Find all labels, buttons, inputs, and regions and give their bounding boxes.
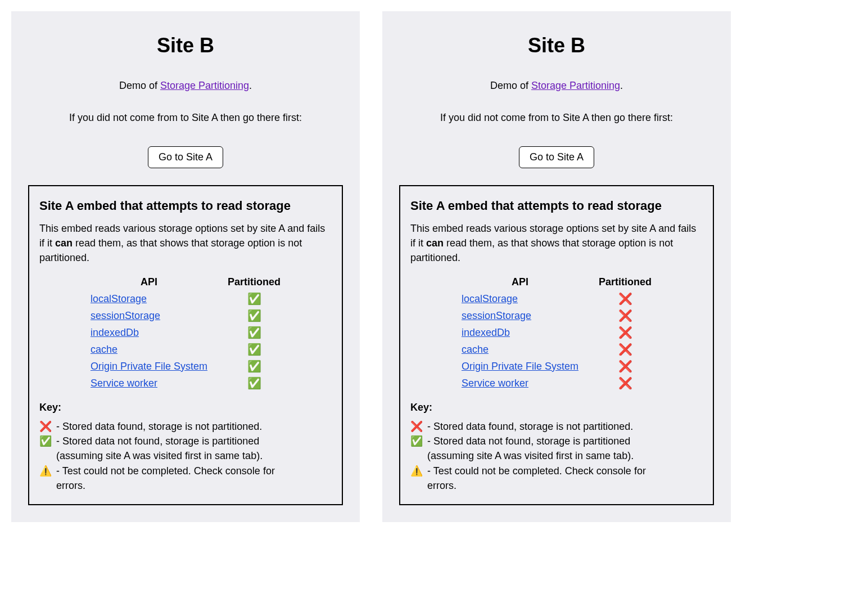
col-api: API [451,274,589,290]
key-list: ❌ - Stored data found, storage is not pa… [39,419,332,492]
intro-suffix: . [249,80,252,91]
key-text-fail: - Stored data found, storage is not part… [56,419,332,434]
table-row: Service worker❌ [451,375,662,392]
result-icon: ✅ [218,290,291,307]
key-text-pass: - Stored data not found, storage is part… [427,434,703,448]
table-row: cache❌ [451,341,662,358]
result-icon: ❌ [589,341,662,358]
table-row: Service worker✅ [80,375,291,392]
result-icon: ❌ [589,375,662,392]
table-row: localStorage❌ [451,290,662,307]
api-link[interactable]: cache [91,344,117,355]
intro-prefix: Demo of [119,80,160,91]
api-link[interactable]: Origin Private File System [91,361,207,372]
result-icon: ❌ [589,324,662,341]
col-api: API [80,274,218,290]
go-to-site-a-button[interactable]: Go to Site A [519,146,594,168]
table-row: localStorage✅ [80,290,291,307]
storage-partitioning-link[interactable]: Storage Partitioning [531,80,620,91]
key-text-fail: - Stored data found, storage is not part… [427,419,703,434]
api-link[interactable]: sessionStorage [91,310,160,321]
api-link[interactable]: indexedDb [91,327,139,338]
result-icon: ✅ [218,307,291,324]
api-link[interactable]: Service worker [91,378,157,389]
table-row: Origin Private File System✅ [80,358,291,375]
api-link[interactable]: Origin Private File System [462,361,578,372]
api-link[interactable]: indexedDb [462,327,510,338]
intro-line: Demo of Storage Partitioning. [399,80,714,92]
warn-icon: ⚠️ [410,464,427,478]
key-list: ❌ - Stored data found, storage is not pa… [410,419,703,492]
result-icon: ✅ [218,341,291,358]
instruction-text: If you did not come from to Site A then … [28,112,343,124]
key-text-pass: - Stored data not found, storage is part… [56,434,332,448]
key-heading: Key: [39,402,332,414]
embed-heading: Site A embed that attempts to read stora… [39,199,332,213]
api-link[interactable]: Service worker [462,378,528,389]
result-icon: ✅ [218,358,291,375]
embed-box: Site A embed that attempts to read stora… [399,185,714,505]
table-row: sessionStorage❌ [451,307,662,324]
table-row: indexedDb✅ [80,324,291,341]
intro-prefix: Demo of [490,80,531,91]
panel-left: Site B Demo of Storage Partitioning. If … [11,11,360,522]
col-partitioned: Partitioned [589,274,662,290]
key-text-warn-cont: errors. [410,478,703,493]
cross-icon: ❌ [39,419,56,434]
result-icon: ❌ [589,358,662,375]
check-icon: ✅ [410,434,427,448]
key-text-warn-cont: errors. [39,478,332,493]
table-row: indexedDb❌ [451,324,662,341]
api-table: API Partitioned localStorage✅ sessionSto… [80,274,291,392]
table-row: cache✅ [80,341,291,358]
embed-box: Site A embed that attempts to read stora… [28,185,343,505]
intro-line: Demo of Storage Partitioning. [28,80,343,92]
key-heading: Key: [410,402,703,414]
cross-icon: ❌ [410,419,427,434]
key-text-pass-cont: (assuming site A was visited first in sa… [410,448,703,463]
table-row: sessionStorage✅ [80,307,291,324]
embed-description: This embed reads various storage options… [39,221,332,265]
panel-right: Site B Demo of Storage Partitioning. If … [382,11,731,522]
api-link[interactable]: localStorage [91,293,147,304]
key-text-warn: - Test could not be completed. Check con… [427,464,703,478]
instruction-text: If you did not come from to Site A then … [399,112,714,124]
table-row: Origin Private File System❌ [451,358,662,375]
storage-partitioning-link[interactable]: Storage Partitioning [160,80,249,91]
embed-description: This embed reads various storage options… [410,221,703,265]
key-text-warn: - Test could not be completed. Check con… [56,464,332,478]
result-icon: ✅ [218,324,291,341]
go-to-site-a-button[interactable]: Go to Site A [148,146,223,168]
key-text-pass-cont: (assuming site A was visited first in sa… [39,448,332,463]
intro-suffix: . [620,80,623,91]
col-partitioned: Partitioned [218,274,291,290]
result-icon: ❌ [589,307,662,324]
check-icon: ✅ [39,434,56,448]
api-table: API Partitioned localStorage❌ sessionSto… [451,274,662,392]
api-link[interactable]: cache [462,344,489,355]
page-title: Site B [399,34,714,57]
embed-heading: Site A embed that attempts to read stora… [410,199,703,213]
api-link[interactable]: localStorage [462,293,518,304]
warn-icon: ⚠️ [39,464,56,478]
result-icon: ✅ [218,375,291,392]
page-title: Site B [28,34,343,57]
result-icon: ❌ [589,290,662,307]
api-link[interactable]: sessionStorage [462,310,531,321]
